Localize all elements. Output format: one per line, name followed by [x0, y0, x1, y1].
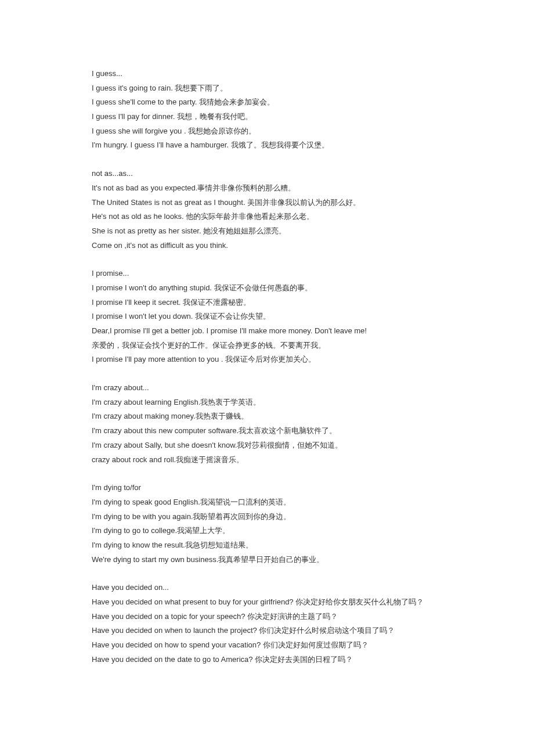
text-line: She is not as pretty as her sister. 她没有她… [92, 224, 442, 239]
text-line: I'm hungry. I guess I'll have a hamburge… [92, 138, 442, 153]
text-line: I'm crazy about Sally, but she doesn't k… [92, 438, 442, 453]
text-line: I'm dying to speak good English.我渴望说一口流利… [92, 495, 442, 510]
text-line: I'm dying to know the result.我急切想知道结果。 [92, 538, 442, 553]
text-line: I promise I'll keep it secret. 我保证不泄露秘密。 [92, 296, 442, 310]
text-line: We're dying to start my own business.我真希… [92, 553, 442, 567]
section-header: not as...as... [92, 167, 442, 181]
text-line: Have you decided on how to spend your va… [92, 638, 442, 653]
text-line: I guess she'll come to the party. 我猜她会来参… [92, 95, 442, 110]
text-line: I'm crazy about this new computer softwa… [92, 424, 442, 438]
text-line: The United States is not as great as I t… [92, 196, 442, 210]
section: I guess...I guess it's going to rain. 我想… [92, 67, 442, 153]
text-line: It's not as bad as you expected.事情并非像你预料… [92, 181, 442, 196]
document-body: I guess...I guess it's going to rain. 我想… [92, 67, 442, 667]
text-line: I guess it's going to rain. 我想要下雨了。 [92, 81, 442, 96]
section: I promise...I promise I won't do anythin… [92, 267, 442, 367]
text-line: He's not as old as he looks. 他的实际年龄并非像他看… [92, 210, 442, 224]
section: I'm crazy about...I'm crazy about learni… [92, 381, 442, 467]
text-line: crazy about rock and roll.我痴迷于摇滚音乐。 [92, 453, 442, 467]
text-line: I'm dying to be with you again.我盼望着再次回到你… [92, 510, 442, 524]
section-header: I guess... [92, 67, 442, 81]
section-header: I'm crazy about... [92, 381, 442, 395]
section-header: I promise... [92, 267, 442, 281]
text-line: Have you decided on the date to go to Am… [92, 653, 442, 667]
text-line: I promise I'll pay more attention to you… [92, 352, 442, 367]
text-line: I guess she will forgive you . 我想她会原谅你的。 [92, 124, 442, 139]
section-header: Have you decided on... [92, 581, 442, 595]
text-line: Dear,I promise I'll get a better job. I … [92, 324, 442, 339]
text-line: I promise I won't let you down. 我保证不会让你失… [92, 309, 442, 324]
text-line: 亲爱的，我保证会找个更好的工作。保证会挣更多的钱。不要离开我。 [92, 339, 442, 353]
section: Have you decided on...Have you decided o… [92, 581, 442, 667]
text-line: Come on ,it's not as difficult as you th… [92, 239, 442, 253]
text-line: Have you decided on when to launch the p… [92, 624, 442, 638]
text-line: I'm crazy about learning English.我热衷于学英语… [92, 395, 442, 410]
section: not as...as...It's not as bad as you exp… [92, 167, 442, 253]
section-header: I'm dying to/for [92, 481, 442, 495]
text-line: I'm dying to go to college.我渴望上大学。 [92, 524, 442, 538]
text-line: Have you decided on what present to buy … [92, 595, 442, 610]
text-line: I guess I'll pay for dinner. 我想，晚餐有我付吧。 [92, 110, 442, 124]
section: I'm dying to/forI'm dying to speak good … [92, 481, 442, 567]
text-line: I'm crazy about making money.我热衷于赚钱。 [92, 409, 442, 424]
text-line: Have you decided on a topic for your spe… [92, 610, 442, 624]
text-line: I promise I won't do anything stupid. 我保… [92, 281, 442, 296]
